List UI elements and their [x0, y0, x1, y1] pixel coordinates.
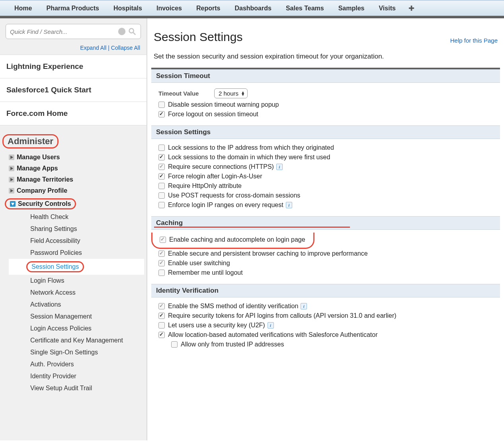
checkbox-remember-me[interactable] — [158, 270, 165, 276]
section-identity-header: Identity Verification — [151, 284, 500, 297]
label-force-relogin: Force relogin after Login-As-User — [168, 173, 262, 180]
info-icon[interactable]: i — [286, 202, 292, 208]
highlight-session-settings: Session Settings — [26, 261, 84, 272]
info-icon[interactable]: i — [276, 164, 283, 170]
administer-header[interactable]: Administer — [8, 136, 53, 147]
info-icon[interactable]: i — [268, 322, 274, 329]
sidebar-item-lightning[interactable]: Lightning Experience — [0, 55, 147, 78]
subtree-sso[interactable]: Single Sign-On Settings — [30, 346, 140, 358]
tab-visits[interactable]: Visits — [371, 5, 402, 12]
tab-samples[interactable]: Samples — [331, 5, 372, 12]
label-remember-me: Remember me until logout — [168, 269, 243, 276]
checkbox-lock-ip[interactable] — [158, 145, 165, 151]
expand-collapse-links: Expand All | Collapse All — [0, 41, 147, 55]
label-tokens: Require security tokens for API logins f… — [168, 312, 397, 319]
arrow-right-icon — [9, 188, 14, 194]
subtree-login-flows[interactable]: Login Flows — [30, 275, 140, 287]
tab-reports[interactable]: Reports — [189, 5, 227, 12]
tree-node-security-controls[interactable]: Security Controls — [10, 200, 71, 207]
tab-home[interactable]: Home — [7, 5, 39, 12]
sidebar: Expand All | Collapse All Lightning Expe… — [0, 18, 147, 440]
subtree-session-settings[interactable]: Session Settings — [9, 259, 144, 275]
checkbox-enable-caching[interactable] — [160, 237, 166, 243]
checkbox-trusted-ip[interactable] — [171, 341, 178, 348]
label-sms: Enable the SMS method of identity verifi… — [168, 303, 298, 310]
tree-node-manage-apps[interactable]: Manage Apps — [9, 165, 140, 172]
subtree-network-access[interactable]: Network Access — [30, 287, 140, 299]
timeout-value-text: 2 hours — [219, 90, 238, 97]
svg-point-1 — [129, 29, 134, 33]
subtree-password-policies[interactable]: Password Policies — [30, 247, 140, 259]
subtree-audit-trail[interactable]: View Setup Audit Trail — [30, 382, 140, 394]
checkbox-sms[interactable] — [158, 303, 165, 309]
checkbox-force-relogin[interactable] — [158, 173, 165, 180]
top-nav: Home Pharma Products Hospitals Invoices … — [0, 0, 504, 16]
label-http-only: Require HttpOnly attribute — [168, 182, 242, 190]
timeout-value-label: Timeout Value — [158, 90, 214, 97]
manage-users-label: Manage Users — [17, 154, 60, 161]
checkbox-u2f[interactable] — [158, 322, 165, 329]
collapse-all-link[interactable]: Collapse All — [111, 45, 140, 51]
company-profile-label: Company Profile — [17, 187, 67, 194]
search-input[interactable] — [10, 28, 116, 35]
tree-node-manage-territories[interactable]: Manage Territories — [9, 176, 140, 183]
session-settings-label: Session Settings — [31, 263, 79, 270]
label-lock-ip: Lock sessions to the IP address from whi… — [168, 144, 334, 151]
tree-node-manage-users[interactable]: Manage Users — [9, 154, 140, 161]
subtree-sharing-settings[interactable]: Sharing Settings — [30, 223, 140, 235]
label-use-post: Use POST requests for cross-domain sessi… — [168, 192, 300, 199]
checkbox-enforce-ip[interactable] — [158, 202, 165, 208]
page-description: Set the session security and session exp… — [151, 45, 500, 68]
subtree-identity-provider[interactable]: Identity Provider — [30, 370, 140, 382]
checkbox-location[interactable] — [158, 332, 165, 338]
sidebar-administer: Administer Manage Users Manage Apps — [0, 125, 147, 400]
subtree-login-access-policies[interactable]: Login Access Policies — [30, 323, 140, 334]
quick-find-box — [6, 24, 141, 39]
timeout-value-select[interactable]: 2 hours ▲▼ — [214, 88, 248, 98]
tab-sales-teams[interactable]: Sales Teams — [279, 5, 331, 12]
add-tab-icon[interactable]: ✚ — [403, 4, 420, 13]
subtree-cert-key[interactable]: Certificate and Key Management — [30, 334, 140, 346]
search-icon[interactable] — [128, 27, 137, 36]
subtree-health-check[interactable]: Health Check — [30, 211, 140, 223]
caching-header-label: Caching — [156, 219, 183, 227]
arrow-right-icon — [9, 155, 14, 160]
subtree-auth-providers[interactable]: Auth. Providers — [30, 358, 140, 370]
label-enforce-ip: Enforce login IP ranges on every request — [168, 201, 283, 209]
checkbox-tokens[interactable] — [158, 313, 165, 319]
chevron-updown-icon: ▲▼ — [241, 91, 245, 96]
security-controls-label: Security Controls — [18, 200, 71, 207]
subtree-activations[interactable]: Activations — [30, 299, 140, 311]
section-session-settings-body: Lock sessions to the IP address from whi… — [151, 139, 500, 216]
checkbox-require-https[interactable] — [158, 164, 165, 170]
svg-point-0 — [118, 28, 125, 35]
tab-invoices[interactable]: Invoices — [149, 5, 189, 12]
checkbox-lock-domain[interactable] — [158, 154, 165, 160]
label-enable-switch: Enable user switching — [168, 260, 230, 267]
info-icon[interactable]: i — [301, 303, 307, 309]
tab-dashboards[interactable]: Dashboards — [227, 5, 278, 12]
highlight-administer: Administer — [2, 134, 59, 149]
sidebar-item-force[interactable]: Force.com Home — [0, 102, 147, 125]
checkbox-use-post[interactable] — [158, 192, 165, 199]
checkbox-enable-secure[interactable] — [158, 250, 165, 257]
label-lock-domain: Lock sessions to the domain in which the… — [168, 154, 330, 161]
label-enable-secure: Enable secure and persistent browser cac… — [168, 250, 368, 257]
checkbox-enable-switch[interactable] — [158, 260, 165, 266]
checkbox-force-logout[interactable] — [158, 111, 165, 117]
expand-all-link[interactable]: Expand All — [80, 45, 106, 51]
label-enable-caching: Enable caching and autocomplete on login… — [169, 236, 305, 243]
subtree-session-management[interactable]: Session Management — [30, 311, 140, 323]
checkbox-http-only[interactable] — [158, 183, 165, 189]
tab-hospitals[interactable]: Hospitals — [106, 5, 149, 12]
tab-pharma-products[interactable]: Pharma Products — [39, 5, 106, 12]
help-link[interactable]: Help for this Page — [450, 37, 498, 44]
section-session-settings-header: Session Settings — [151, 125, 500, 139]
tree-node-company-profile[interactable]: Company Profile — [9, 187, 140, 194]
checkbox-disable-popup[interactable] — [158, 102, 165, 108]
arrow-right-icon — [9, 177, 14, 182]
main-content: Session Settings Help for this Page Set … — [147, 18, 504, 440]
sidebar-item-sf1[interactable]: Salesforce1 Quick Start — [0, 78, 147, 102]
subtree-field-accessibility[interactable]: Field Accessibility — [30, 235, 140, 247]
section-caching-header: Caching — [151, 216, 500, 230]
